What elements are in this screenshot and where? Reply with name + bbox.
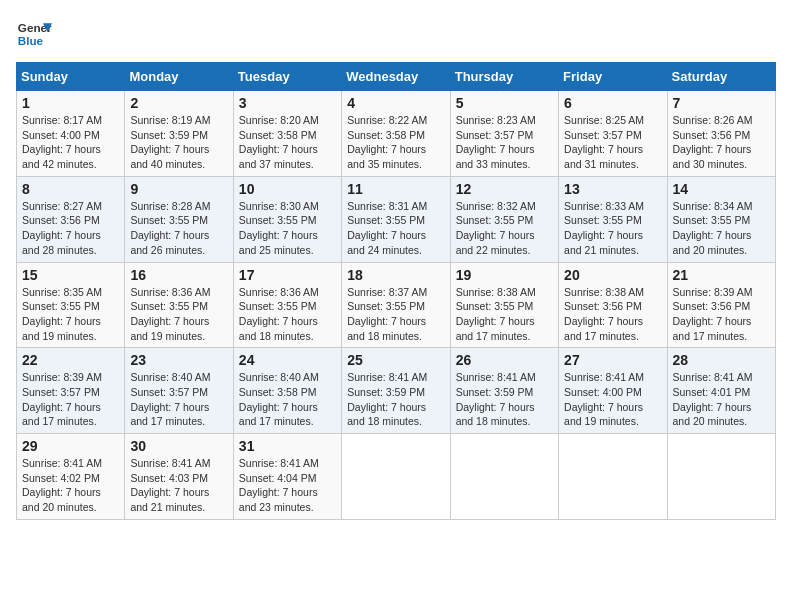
day-number: 4	[347, 95, 444, 111]
day-info: Sunrise: 8:17 AM Sunset: 4:00 PM Dayligh…	[22, 113, 119, 172]
day-info: Sunrise: 8:41 AM Sunset: 4:03 PM Dayligh…	[130, 456, 227, 515]
calendar-cell	[559, 434, 667, 520]
calendar-cell: 16 Sunrise: 8:36 AM Sunset: 3:55 PM Dayl…	[125, 262, 233, 348]
calendar-cell: 28 Sunrise: 8:41 AM Sunset: 4:01 PM Dayl…	[667, 348, 775, 434]
calendar-cell	[342, 434, 450, 520]
day-info: Sunrise: 8:27 AM Sunset: 3:56 PM Dayligh…	[22, 199, 119, 258]
day-info: Sunrise: 8:39 AM Sunset: 3:56 PM Dayligh…	[673, 285, 770, 344]
calendar-week-row: 29 Sunrise: 8:41 AM Sunset: 4:02 PM Dayl…	[17, 434, 776, 520]
calendar-cell: 23 Sunrise: 8:40 AM Sunset: 3:57 PM Dayl…	[125, 348, 233, 434]
calendar-cell: 4 Sunrise: 8:22 AM Sunset: 3:58 PM Dayli…	[342, 91, 450, 177]
day-info: Sunrise: 8:31 AM Sunset: 3:55 PM Dayligh…	[347, 199, 444, 258]
day-info: Sunrise: 8:39 AM Sunset: 3:57 PM Dayligh…	[22, 370, 119, 429]
calendar-week-row: 15 Sunrise: 8:35 AM Sunset: 3:55 PM Dayl…	[17, 262, 776, 348]
calendar-cell: 26 Sunrise: 8:41 AM Sunset: 3:59 PM Dayl…	[450, 348, 558, 434]
weekday-header-sunday: Sunday	[17, 63, 125, 91]
day-number: 15	[22, 267, 119, 283]
calendar-cell: 11 Sunrise: 8:31 AM Sunset: 3:55 PM Dayl…	[342, 176, 450, 262]
calendar-cell: 9 Sunrise: 8:28 AM Sunset: 3:55 PM Dayli…	[125, 176, 233, 262]
header: General Blue	[16, 16, 776, 52]
calendar-week-row: 8 Sunrise: 8:27 AM Sunset: 3:56 PM Dayli…	[17, 176, 776, 262]
day-number: 25	[347, 352, 444, 368]
calendar-cell: 22 Sunrise: 8:39 AM Sunset: 3:57 PM Dayl…	[17, 348, 125, 434]
weekday-header-friday: Friday	[559, 63, 667, 91]
weekday-header-tuesday: Tuesday	[233, 63, 341, 91]
day-info: Sunrise: 8:38 AM Sunset: 3:56 PM Dayligh…	[564, 285, 661, 344]
calendar-cell	[450, 434, 558, 520]
calendar-cell: 6 Sunrise: 8:25 AM Sunset: 3:57 PM Dayli…	[559, 91, 667, 177]
logo-icon: General Blue	[16, 16, 52, 52]
calendar-week-row: 22 Sunrise: 8:39 AM Sunset: 3:57 PM Dayl…	[17, 348, 776, 434]
day-info: Sunrise: 8:41 AM Sunset: 3:59 PM Dayligh…	[347, 370, 444, 429]
calendar-cell: 20 Sunrise: 8:38 AM Sunset: 3:56 PM Dayl…	[559, 262, 667, 348]
day-number: 16	[130, 267, 227, 283]
day-number: 26	[456, 352, 553, 368]
day-number: 5	[456, 95, 553, 111]
day-info: Sunrise: 8:40 AM Sunset: 3:57 PM Dayligh…	[130, 370, 227, 429]
day-info: Sunrise: 8:30 AM Sunset: 3:55 PM Dayligh…	[239, 199, 336, 258]
logo: General Blue	[16, 16, 52, 52]
day-info: Sunrise: 8:20 AM Sunset: 3:58 PM Dayligh…	[239, 113, 336, 172]
day-info: Sunrise: 8:19 AM Sunset: 3:59 PM Dayligh…	[130, 113, 227, 172]
calendar-cell: 5 Sunrise: 8:23 AM Sunset: 3:57 PM Dayli…	[450, 91, 558, 177]
calendar-cell: 12 Sunrise: 8:32 AM Sunset: 3:55 PM Dayl…	[450, 176, 558, 262]
day-info: Sunrise: 8:36 AM Sunset: 3:55 PM Dayligh…	[239, 285, 336, 344]
day-info: Sunrise: 8:41 AM Sunset: 4:00 PM Dayligh…	[564, 370, 661, 429]
calendar-cell: 15 Sunrise: 8:35 AM Sunset: 3:55 PM Dayl…	[17, 262, 125, 348]
calendar-cell: 25 Sunrise: 8:41 AM Sunset: 3:59 PM Dayl…	[342, 348, 450, 434]
day-number: 6	[564, 95, 661, 111]
day-number: 1	[22, 95, 119, 111]
day-number: 8	[22, 181, 119, 197]
day-info: Sunrise: 8:35 AM Sunset: 3:55 PM Dayligh…	[22, 285, 119, 344]
day-number: 17	[239, 267, 336, 283]
day-info: Sunrise: 8:41 AM Sunset: 3:59 PM Dayligh…	[456, 370, 553, 429]
day-info: Sunrise: 8:28 AM Sunset: 3:55 PM Dayligh…	[130, 199, 227, 258]
calendar-cell: 30 Sunrise: 8:41 AM Sunset: 4:03 PM Dayl…	[125, 434, 233, 520]
day-number: 29	[22, 438, 119, 454]
calendar-cell: 27 Sunrise: 8:41 AM Sunset: 4:00 PM Dayl…	[559, 348, 667, 434]
day-info: Sunrise: 8:41 AM Sunset: 4:01 PM Dayligh…	[673, 370, 770, 429]
day-number: 10	[239, 181, 336, 197]
weekday-header-wednesday: Wednesday	[342, 63, 450, 91]
day-info: Sunrise: 8:40 AM Sunset: 3:58 PM Dayligh…	[239, 370, 336, 429]
svg-text:Blue: Blue	[18, 34, 44, 47]
calendar-cell: 31 Sunrise: 8:41 AM Sunset: 4:04 PM Dayl…	[233, 434, 341, 520]
calendar-cell: 10 Sunrise: 8:30 AM Sunset: 3:55 PM Dayl…	[233, 176, 341, 262]
day-number: 14	[673, 181, 770, 197]
day-number: 30	[130, 438, 227, 454]
day-info: Sunrise: 8:32 AM Sunset: 3:55 PM Dayligh…	[456, 199, 553, 258]
day-number: 9	[130, 181, 227, 197]
day-number: 31	[239, 438, 336, 454]
calendar-cell: 17 Sunrise: 8:36 AM Sunset: 3:55 PM Dayl…	[233, 262, 341, 348]
day-number: 11	[347, 181, 444, 197]
day-info: Sunrise: 8:34 AM Sunset: 3:55 PM Dayligh…	[673, 199, 770, 258]
day-number: 22	[22, 352, 119, 368]
day-info: Sunrise: 8:22 AM Sunset: 3:58 PM Dayligh…	[347, 113, 444, 172]
day-info: Sunrise: 8:41 AM Sunset: 4:04 PM Dayligh…	[239, 456, 336, 515]
day-number: 18	[347, 267, 444, 283]
day-number: 3	[239, 95, 336, 111]
calendar-table: SundayMondayTuesdayWednesdayThursdayFrid…	[16, 62, 776, 520]
day-number: 23	[130, 352, 227, 368]
calendar-cell: 3 Sunrise: 8:20 AM Sunset: 3:58 PM Dayli…	[233, 91, 341, 177]
day-number: 13	[564, 181, 661, 197]
day-info: Sunrise: 8:23 AM Sunset: 3:57 PM Dayligh…	[456, 113, 553, 172]
calendar-cell: 2 Sunrise: 8:19 AM Sunset: 3:59 PM Dayli…	[125, 91, 233, 177]
day-number: 2	[130, 95, 227, 111]
day-number: 20	[564, 267, 661, 283]
calendar-cell: 8 Sunrise: 8:27 AM Sunset: 3:56 PM Dayli…	[17, 176, 125, 262]
calendar-week-row: 1 Sunrise: 8:17 AM Sunset: 4:00 PM Dayli…	[17, 91, 776, 177]
calendar-cell: 24 Sunrise: 8:40 AM Sunset: 3:58 PM Dayl…	[233, 348, 341, 434]
day-info: Sunrise: 8:25 AM Sunset: 3:57 PM Dayligh…	[564, 113, 661, 172]
day-info: Sunrise: 8:33 AM Sunset: 3:55 PM Dayligh…	[564, 199, 661, 258]
weekday-header-monday: Monday	[125, 63, 233, 91]
day-number: 19	[456, 267, 553, 283]
day-number: 28	[673, 352, 770, 368]
day-number: 12	[456, 181, 553, 197]
day-number: 27	[564, 352, 661, 368]
day-info: Sunrise: 8:41 AM Sunset: 4:02 PM Dayligh…	[22, 456, 119, 515]
calendar-cell: 13 Sunrise: 8:33 AM Sunset: 3:55 PM Dayl…	[559, 176, 667, 262]
day-number: 7	[673, 95, 770, 111]
weekday-header-saturday: Saturday	[667, 63, 775, 91]
day-number: 21	[673, 267, 770, 283]
